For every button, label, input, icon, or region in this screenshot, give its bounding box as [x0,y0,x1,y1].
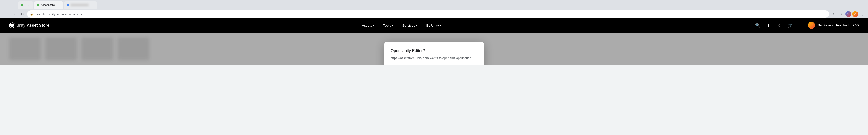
nav-services[interactable]: Services ▾ [398,18,422,33]
assets-chevron-icon: ▾ [373,24,374,27]
browser-chrome: ← → ↻ 🔒 assetstore.unity.com/account/ass… [0,9,868,18]
faq-link[interactable]: FAQ [852,24,859,27]
page-content-area: Open Unity Editor? https://assetstore.un… [0,33,868,65]
tab-3[interactable]: ✕ [64,1,97,9]
unity-nav: Assets ▾ Tools ▾ Services ▾ By Unity ▾ [358,18,445,33]
tab-close-2[interactable]: ✕ [57,3,60,7]
reload-button[interactable]: ↻ [19,11,25,17]
cart-button[interactable]: 🛒 [786,21,794,29]
forward-button[interactable]: → [11,11,17,17]
browser-actions: ⊕ ☆ U A ⋮ [831,11,865,17]
lock-icon: 🔒 [30,12,33,15]
user-avatar[interactable]: U [808,22,815,29]
profile-avatar-2[interactable]: A [852,11,858,17]
browser-tabs-bar: ✕ Asset Store ✕ ✕ [0,0,868,9]
dialog-overlay: Open Unity Editor? https://assetstore.un… [0,33,868,65]
unity-header-right: 🔍 ⬇ ♡ 🛒 ⠿ U Sell Assets Feedback FAQ [753,21,859,29]
add-tab-button[interactable]: ⊕ [831,11,837,17]
tab-close-1[interactable]: ✕ [27,3,30,7]
nav-by-unity[interactable]: By Unity ▾ [422,18,445,33]
by-unity-chevron-icon: ▾ [440,24,441,27]
dialog-message: https://assetstore.unity.com wants to op… [391,56,477,61]
unity-logo-text-light: unity [17,23,25,28]
unity-logo-text-bold: Asset Store [27,23,49,28]
svg-marker-1 [10,24,14,27]
tab-favicon-1 [21,4,23,6]
tab-2[interactable]: Asset Store ✕ [34,1,63,9]
wishlist-button[interactable]: ♡ [775,21,783,29]
unity-logo-icon [9,22,16,29]
tab-title-3 [70,4,89,6]
tools-chevron-icon: ▾ [392,24,393,27]
tab-favicon-3 [67,4,69,6]
profile-avatar[interactable]: U [845,11,851,17]
tab-close-3[interactable]: ✕ [91,3,94,7]
search-button[interactable]: 🔍 [753,21,762,29]
feedback-link[interactable]: Feedback [836,24,850,27]
tab-favicon-2 [37,4,39,6]
nav-tools[interactable]: Tools ▾ [379,18,398,33]
sell-assets-link[interactable]: Sell Assets [818,24,833,27]
nav-assets[interactable]: Assets ▾ [358,18,379,33]
unity-logo[interactable]: unityAsset Store [9,22,49,29]
apps-button[interactable]: ⠿ [797,21,805,29]
website-content: unityAsset Store Assets ▾ Tools ▾ Servic… [0,18,868,65]
unity-header: unityAsset Store Assets ▾ Tools ▾ Servic… [0,18,868,33]
address-url: assetstore.unity.com/account/assets [35,12,82,16]
tab-1[interactable]: ✕ [18,1,33,9]
dialog-title: Open Unity Editor? [391,48,477,53]
services-chevron-icon: ▾ [416,24,417,27]
address-bar[interactable]: 🔒 assetstore.unity.com/account/assets [27,10,829,18]
open-editor-dialog: Open Unity Editor? https://assetstore.un… [384,42,484,65]
back-button[interactable]: ← [3,11,9,17]
tab-title-2: Asset Store [41,3,55,6]
menu-button[interactable]: ⋮ [859,11,865,17]
bookmark-button[interactable]: ☆ [838,11,844,17]
download-button[interactable]: ⬇ [765,21,773,29]
